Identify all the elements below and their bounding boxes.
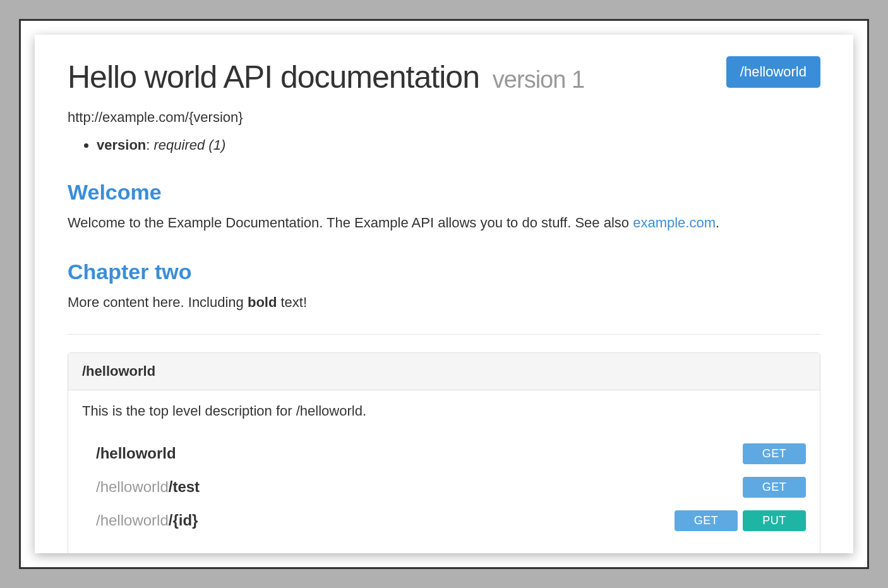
section-text-welcome: Welcome to the Example Documentation. Th…	[68, 213, 820, 233]
base-url: http://example.com/{version}	[68, 109, 726, 126]
endpoint-row: /helloworld/{id} GET PUT	[82, 504, 806, 537]
section-text-chapter-two: More content here. Including bold text!	[68, 293, 820, 313]
section-divider	[68, 334, 820, 335]
resource-nav-button[interactable]: /helloworld	[726, 56, 820, 88]
endpoint-row: /helloworld/test GET	[82, 471, 806, 504]
resource-panel: /helloworld This is the top level descri…	[68, 352, 820, 553]
method-get-button[interactable]: GET	[743, 443, 806, 464]
endpoint-row: /helloworld GET	[82, 437, 806, 471]
endpoint-path[interactable]: /helloworld/{id}	[96, 512, 198, 529]
uri-params-list: version: required (1)	[97, 137, 726, 153]
method-get-button[interactable]: GET	[675, 510, 738, 531]
section-heading-welcome: Welcome	[68, 180, 820, 205]
section-heading-chapter-two: Chapter two	[68, 260, 820, 284]
api-doc-page: Hello world API documentation version 1 …	[35, 35, 853, 553]
param-detail: required (1)	[154, 137, 226, 153]
uri-param-item: version: required (1)	[97, 137, 726, 153]
param-name: version	[97, 137, 146, 153]
endpoint-path[interactable]: /helloworld	[96, 445, 176, 462]
example-link[interactable]: example.com	[633, 215, 716, 231]
method-get-button[interactable]: GET	[743, 477, 806, 498]
panel-title[interactable]: /helloworld	[68, 353, 820, 390]
method-put-button[interactable]: PUT	[743, 510, 806, 531]
bold-text: bold	[248, 294, 277, 310]
page-title: Hello world API documentation version 1	[68, 59, 726, 95]
version-label: version 1	[493, 66, 584, 93]
endpoint-path[interactable]: /helloworld/test	[96, 478, 200, 496]
title-text: Hello world API documentation	[68, 59, 479, 95]
panel-description: This is the top level description for /h…	[82, 403, 806, 419]
